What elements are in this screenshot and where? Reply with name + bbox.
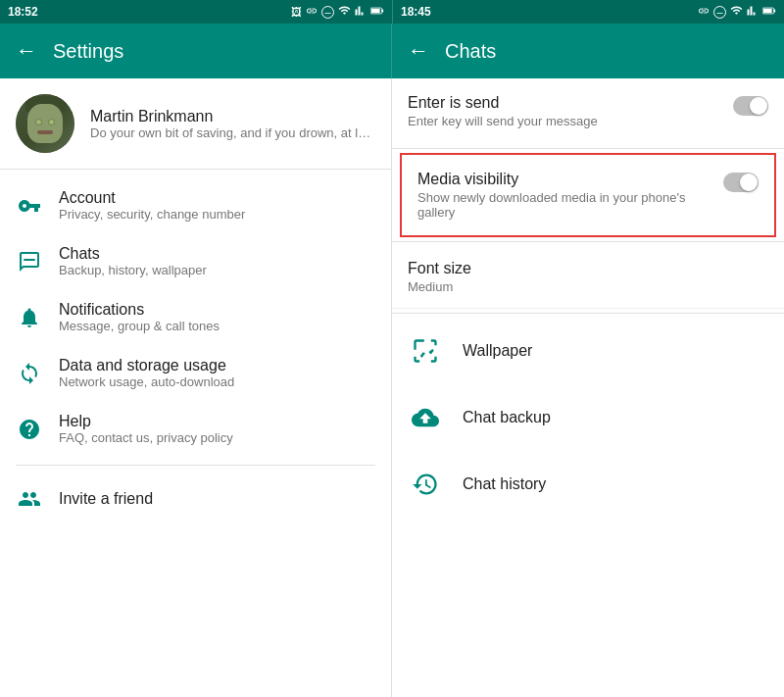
data-subtitle: Network usage, auto-download [59,374,375,389]
avatar-face [27,104,63,143]
left-status-icons: 🖼 – [291,4,384,20]
font-size-value: Medium [408,279,768,294]
sidebar-item-chats[interactable]: Chats Backup, history, wallpaper [0,233,391,289]
media-visibility-item[interactable]: Media visibility Show newly downloaded m… [400,153,776,237]
key-icon [16,192,43,220]
svg-rect-6 [24,259,35,261]
invite-text: Invite a friend [59,490,375,508]
chats-title-menu: Chats [59,245,375,263]
sidebar-item-invite[interactable]: Invite a friend [0,473,391,524]
link-icon [306,5,318,20]
signal-icon-right [747,5,759,20]
account-subtitle: Privacy, security, change number [59,207,375,222]
data-text: Data and storage usage Network usage, au… [59,357,375,389]
enter-is-send-subtitle: Enter key will send your message [408,114,717,128]
settings-header: ← Settings [0,24,392,78]
enter-is-send-title: Enter is send [408,94,717,112]
help-text: Help FAQ, contact us, privacy policy [59,413,375,445]
chats-text: Chats Backup, history, wallpaper [59,245,375,277]
data-icon [16,360,43,387]
help-icon [16,416,43,443]
profile-status: Do your own bit of saving, and if you dr… [90,125,375,140]
font-size-title: Font size [408,260,768,277]
profile-info: Martin Brinkmann Do your own bit of savi… [90,108,375,140]
notifications-subtitle: Message, group & call tones [59,319,375,333]
enter-is-send-toggle[interactable] [733,96,768,116]
settings-back-button[interactable]: ← [16,38,37,64]
divider-3 [392,313,784,314]
signal-icon-left [355,5,367,20]
settings-menu: Account Privacy, security, change number… [0,170,391,532]
media-visibility-title: Media visibility [417,171,708,188]
battery-icon-right [762,5,776,20]
history-icon [408,467,443,502]
wallpaper-icon [408,333,443,369]
chats-panel: Enter is send Enter key will send your m… [392,78,784,697]
data-title: Data and storage usage [59,357,375,374]
invite-icon [16,485,43,513]
left-status-bar: 18:52 🖼 – [0,0,392,24]
wallpaper-title: Wallpaper [463,342,532,360]
chat-history-title: Chat history [463,475,546,493]
right-status-bar: 18:45 – [392,0,784,24]
media-visibility-toggle[interactable] [723,173,759,192]
chat-history-item[interactable]: Chat history [392,451,784,518]
bell-icon [16,304,43,331]
svg-rect-2 [371,8,380,12]
settings-panel: Martin Brinkmann Do your own bit of savi… [0,78,392,697]
sidebar-item-data[interactable]: Data and storage usage Network usage, au… [0,345,391,401]
profile-section[interactable]: Martin Brinkmann Do your own bit of savi… [0,78,391,170]
font-size-item[interactable]: Font size Medium [392,246,784,309]
battery-icon-left [370,5,384,20]
right-time: 18:45 [401,5,431,19]
chats-subtitle: Backup, history, wallpaper [59,263,375,277]
profile-name: Martin Brinkmann [90,108,375,125]
link-icon-right [698,5,710,20]
enter-is-send-item[interactable]: Enter is send Enter key will send your m… [392,78,784,144]
wifi-icon-right [730,4,743,20]
svg-rect-5 [763,8,772,12]
photo-icon: 🖼 [291,6,302,18]
sidebar-item-notifications[interactable]: Notifications Message, group & call tone… [0,289,391,345]
wifi-icon [338,4,351,20]
divider-2 [392,241,784,242]
media-visibility-subtitle: Show newly downloaded media in your phon… [417,190,708,220]
notifications-text: Notifications Message, group & call tone… [59,301,375,333]
svg-rect-4 [774,9,775,12]
chats-title: Chats [445,40,496,63]
right-status-icons: – [698,4,776,20]
help-subtitle: FAQ, contact us, privacy policy [59,430,375,445]
wallpaper-item[interactable]: Wallpaper [392,318,784,384]
divider-1 [392,148,784,149]
notifications-title: Notifications [59,301,375,319]
account-text: Account Privacy, security, change number [59,189,375,222]
left-time: 18:52 [8,5,38,19]
backup-icon [408,400,443,435]
minus-circle-icon-right: – [713,6,726,19]
svg-rect-1 [382,9,383,12]
sidebar-item-account[interactable]: Account Privacy, security, change number [0,177,391,233]
menu-divider [16,465,375,466]
chats-back-button[interactable]: ← [408,38,429,64]
chat-backup-title: Chat backup [463,409,551,426]
help-title: Help [59,413,375,430]
chat-backup-item[interactable]: Chat backup [392,384,784,451]
chats-header: ← Chats [392,24,784,78]
minus-circle-icon: – [321,6,334,19]
account-title: Account [59,189,375,207]
sidebar-item-help[interactable]: Help FAQ, contact us, privacy policy [0,401,391,457]
chat-icon [16,248,43,275]
invite-title: Invite a friend [59,490,375,508]
settings-title: Settings [53,40,123,63]
avatar [16,94,74,153]
